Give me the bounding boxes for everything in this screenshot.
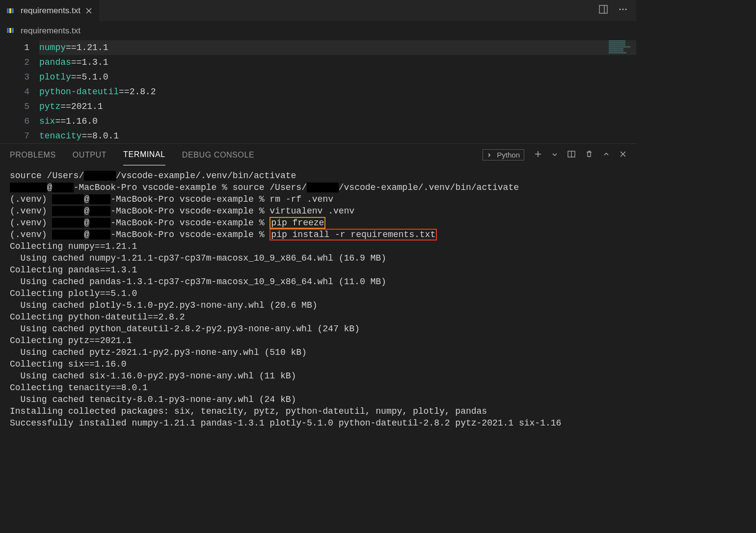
- code-line[interactable]: numpy==1.21.1: [39, 40, 636, 55]
- terminal-line: (.venv) @ -MacBook-Pro vscode-example % …: [10, 229, 626, 240]
- svg-point-8: [622, 8, 623, 10]
- trash-icon[interactable]: [585, 150, 593, 160]
- terminal-line: (.venv) @ -MacBook-Pro vscode-example % …: [10, 217, 626, 229]
- terminal-line: (.venv) @ -MacBook-Pro vscode-example % …: [10, 193, 626, 205]
- split-terminal-icon[interactable]: [567, 150, 575, 160]
- code-line[interactable]: pytz==2021.1: [39, 99, 636, 114]
- code-line[interactable]: six==1.16.0: [39, 114, 636, 129]
- tab-debug-console[interactable]: DEBUG CONSOLE: [182, 145, 254, 165]
- svg-point-7: [619, 8, 621, 10]
- code-line[interactable]: plotly==5.1.0: [39, 70, 636, 84]
- close-panel-icon[interactable]: [620, 151, 626, 160]
- chevron-up-icon[interactable]: [603, 151, 610, 160]
- terminal-line: source /Users/ /vscode-example/.venv/bin…: [10, 170, 626, 182]
- line-number: 1: [0, 40, 29, 55]
- terminal-line: Using cached tenacity-8.0.1-py3-none-any…: [10, 394, 626, 405]
- terminal-line: Collecting pandas==1.3.1: [10, 264, 626, 276]
- more-actions-icon[interactable]: [619, 5, 627, 16]
- terminal-output[interactable]: source /Users/ /vscode-example/.venv/bin…: [0, 166, 636, 433]
- terminal-line: Successfully installed numpy-1.21.1 pand…: [10, 417, 626, 429]
- pip-file-icon: [7, 7, 17, 15]
- pip-file-icon: [7, 26, 17, 36]
- tab-bar: requirements.txt: [0, 0, 636, 22]
- code-content[interactable]: numpy==1.21.1pandas==1.3.1plotly==5.1.0p…: [39, 40, 636, 143]
- terminal-line: @ -MacBook-Pro vscode-example % source /…: [10, 182, 626, 193]
- split-editor-icon[interactable]: [599, 5, 608, 16]
- highlight-pip-install: pip install -r requirements.txt: [270, 229, 437, 240]
- terminal-line: Using cached pandas-1.3.1-cp37-cp37m-mac…: [10, 276, 626, 288]
- svg-rect-1: [9, 8, 11, 13]
- svg-rect-0: [7, 8, 9, 13]
- line-number: 2: [0, 55, 29, 70]
- minimap[interactable]: [609, 40, 632, 64]
- terminal-line: Using cached numpy-1.21.1-cp37-cp37m-mac…: [10, 252, 626, 264]
- terminal-line: Collecting numpy==1.21.1: [10, 240, 626, 252]
- line-gutter: 1234567: [0, 40, 39, 143]
- code-line[interactable]: pandas==1.3.1: [39, 55, 636, 70]
- breadcrumb-label: requirements.txt: [21, 26, 81, 36]
- svg-rect-12: [12, 28, 14, 33]
- terminal-line: Using cached pytz-2021.1-py2.py3-none-an…: [10, 346, 626, 358]
- terminal-line: Collecting pytz==2021.1: [10, 335, 626, 346]
- tab-terminal[interactable]: TERMINAL: [123, 144, 165, 165]
- line-number: 4: [0, 84, 29, 99]
- svg-rect-10: [7, 28, 9, 33]
- terminal-line: Collecting plotly==5.1.0: [10, 288, 626, 299]
- terminal-line: Collecting tenacity==8.0.1: [10, 382, 626, 394]
- terminal-selector[interactable]: Python: [483, 149, 524, 160]
- tab-label: requirements.txt: [21, 6, 81, 16]
- breadcrumb[interactable]: requirements.txt: [0, 22, 636, 36]
- panel-actions: Python: [483, 149, 626, 160]
- tab-problems[interactable]: PROBLEMS: [10, 145, 56, 165]
- chevron-down-icon[interactable]: [552, 151, 558, 160]
- terminal-line: Collecting python-dateutil==2.8.2: [10, 311, 626, 323]
- svg-rect-11: [9, 28, 11, 33]
- terminal-line: Using cached python_dateutil-2.8.2-py2.p…: [10, 323, 626, 335]
- tab-output[interactable]: OUTPUT: [73, 145, 107, 165]
- svg-rect-2: [12, 8, 14, 13]
- line-number: 6: [0, 114, 29, 129]
- terminal-line: Installing collected packages: six, tena…: [10, 405, 626, 417]
- highlight-pip-freeze: pip freeze: [270, 217, 325, 229]
- line-number: 7: [0, 129, 29, 143]
- code-editor[interactable]: 1234567 numpy==1.21.1pandas==1.3.1plotly…: [0, 36, 636, 143]
- tab-requirements[interactable]: requirements.txt: [0, 0, 99, 22]
- terminal-line: Collecting six==1.16.0: [10, 358, 626, 370]
- new-terminal-icon[interactable]: [534, 150, 542, 160]
- svg-rect-5: [599, 5, 607, 13]
- line-number: 5: [0, 99, 29, 114]
- close-tab-button[interactable]: [84, 6, 93, 15]
- terminal-line: Using cached plotly-5.1.0-py2.py3-none-a…: [10, 299, 626, 311]
- code-line[interactable]: tenacity==8.0.1: [39, 129, 636, 143]
- terminal-type: Python: [497, 151, 520, 159]
- terminal-line: Using cached six-1.16.0-py2.py3-none-any…: [10, 370, 626, 382]
- terminal-line: (.venv) @ -MacBook-Pro vscode-example % …: [10, 205, 626, 217]
- editor-actions: [599, 5, 636, 16]
- svg-point-9: [625, 8, 626, 10]
- code-line[interactable]: python-dateutil==2.8.2: [39, 84, 636, 99]
- panel-tabs: PROBLEMS OUTPUT TERMINAL DEBUG CONSOLE P…: [0, 143, 636, 166]
- line-number: 3: [0, 70, 29, 84]
